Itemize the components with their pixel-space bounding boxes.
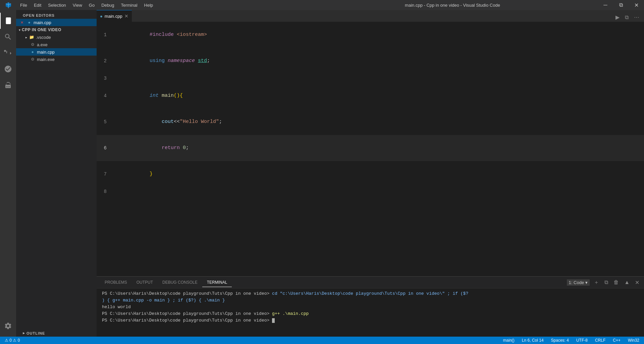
line-number-1: 1: [97, 30, 113, 39]
spaces-label: Spaces: 4: [551, 338, 569, 343]
close-icon[interactable]: ✕: [19, 19, 25, 25]
minimize-button[interactable]: ─: [598, 0, 613, 10]
encoding-label: UTF-8: [576, 338, 588, 343]
activity-bar: [0, 10, 16, 337]
code-line-4: 4 int main(){: [97, 83, 644, 109]
outline-section[interactable]: ▸ OUTLINE: [16, 328, 97, 337]
terminal-line-1: PS C:\Users\Haris\Desktop\code playgroun…: [102, 290, 639, 297]
status-function[interactable]: main(): [502, 338, 516, 343]
cpp-icon: ●: [30, 49, 36, 55]
activity-extensions[interactable]: [0, 77, 16, 93]
exe-file-icon: ⚙: [30, 42, 36, 48]
sidebar-item-mainexe[interactable]: ⚙ main.exe: [16, 56, 97, 63]
run-button[interactable]: ▶: [614, 13, 621, 22]
line-content-4: int main(){: [113, 83, 644, 109]
maincpp-label: main.cpp: [37, 50, 97, 55]
terminal-content[interactable]: PS C:\Users\Haris\Desktop\code playgroun…: [97, 288, 644, 337]
terminal-line-output: hello world: [102, 304, 639, 311]
status-platform[interactable]: Win32: [627, 338, 641, 343]
code-line-1: 1 #include <iostream>: [97, 22, 644, 48]
sidebar-item-maincpp[interactable]: ● main.cpp: [16, 48, 97, 56]
mainexe-label: main.exe: [37, 57, 97, 62]
menu-selection[interactable]: Selection: [45, 1, 69, 9]
status-spaces[interactable]: Spaces: 4: [550, 338, 570, 343]
new-terminal-button[interactable]: ＋: [592, 278, 600, 287]
line-content-8: [113, 187, 644, 196]
activity-explorer[interactable]: [0, 13, 16, 29]
split-terminal-button[interactable]: ⧉: [603, 279, 609, 286]
menu-debug[interactable]: Debug: [98, 1, 117, 9]
code-editor[interactable]: 1 #include <iostream> 2 using namespace …: [97, 22, 644, 276]
line-number-6: 6: [97, 144, 113, 152]
activity-debug[interactable]: [0, 61, 16, 77]
menu-edit[interactable]: Edit: [31, 1, 45, 9]
terminal-line-1b: ) { g++ main.cpp -o main } ; if ($?) { .…: [102, 297, 639, 304]
line-content-3: [113, 74, 644, 83]
status-line-ending[interactable]: CRLF: [594, 338, 607, 343]
close-button[interactable]: ✕: [629, 0, 644, 10]
project-folder-item[interactable]: ▾ CPP IN ONE VIDEO: [16, 26, 97, 33]
panel-actions: 1: Code ▾ ＋ ⧉ 🗑 ▲ ✕: [567, 278, 641, 287]
panel-tab-debug-console[interactable]: DEBUG CONSOLE: [158, 278, 202, 287]
activity-search[interactable]: [0, 29, 16, 45]
status-encoding[interactable]: UTF-8: [575, 338, 589, 343]
split-editor-button[interactable]: ⧉: [624, 13, 630, 22]
terminal-line-3: PS C:\Users\Haris\Desktop\code playgroun…: [102, 317, 639, 324]
terminal-cmd-2: g++ .\main.cpp: [272, 311, 309, 316]
line-content-2: using namespace std;: [113, 48, 644, 74]
titlebar: File Edit Selection View Go Debug Termin…: [0, 0, 644, 10]
maximize-panel-button[interactable]: ▲: [623, 279, 631, 286]
menu-view[interactable]: View: [69, 1, 86, 9]
status-errors[interactable]: ⚠ 0 ⚠ 0: [3, 338, 21, 343]
project-title: CPP IN ONE VIDEO: [22, 27, 97, 32]
menu-file[interactable]: File: [17, 1, 31, 9]
tab-close-button[interactable]: ✕: [124, 13, 128, 19]
line-content-1: #include <iostream>: [113, 22, 644, 48]
status-bar: ⚠ 0 ⚠ 0 main() Ln 6, Col 14 Spaces: 4 UT…: [0, 337, 644, 344]
open-editor-main-cpp[interactable]: ✕ ● main.cpp: [16, 19, 97, 26]
more-actions-button[interactable]: ⋯: [633, 13, 641, 22]
status-position[interactable]: Ln 6, Col 14: [521, 338, 545, 343]
app-logo: [0, 2, 17, 8]
terminal-dropdown[interactable]: 1: Code ▾: [567, 279, 590, 286]
terminal-cmd-1b: ) { g++ main.cpp -o main } ; if ($?) { .…: [102, 298, 225, 303]
tab-main-cpp[interactable]: ● main.cpp ✕: [97, 10, 132, 22]
panel-tab-output[interactable]: OUTPUT: [132, 278, 158, 287]
warning-icon: ⚠: [13, 338, 17, 343]
menu-help[interactable]: Help: [141, 1, 157, 9]
tab-actions: ▶ ⧉ ⋯: [614, 13, 644, 22]
platform-label: Win32: [628, 338, 639, 343]
line-number-7: 7: [97, 170, 113, 179]
function-label: main(): [503, 338, 515, 343]
panel-tab-terminal[interactable]: TERMINAL: [202, 278, 232, 287]
error-count: 0: [9, 338, 12, 343]
editor-area: ● main.cpp ✕ ▶ ⧉ ⋯ 1 #include <iostream>: [97, 10, 644, 337]
activity-settings[interactable]: [0, 318, 16, 334]
position-label: Ln 6, Col 14: [522, 338, 544, 343]
sidebar-item-vscode[interactable]: ▸ 📁 .vscode: [16, 33, 97, 41]
language-label: C++: [613, 338, 621, 343]
panel-tabs: PROBLEMS OUTPUT DEBUG CONSOLE TERMINAL 1…: [97, 277, 644, 288]
status-language[interactable]: C++: [611, 338, 622, 343]
panel-tab-problems[interactable]: PROBLEMS: [100, 278, 132, 287]
chevron-right-icon: ▸: [23, 331, 25, 335]
line-number-3: 3: [97, 74, 113, 83]
chevron-right-icon: ▸: [25, 36, 27, 39]
maximize-button[interactable]: ⧉: [613, 0, 629, 10]
kill-terminal-button[interactable]: 🗑: [612, 279, 620, 286]
main-layout: OPEN EDITORS ✕ ● main.cpp ▾ CPP IN ONE V…: [0, 10, 644, 337]
code-line-3: 3: [97, 74, 644, 83]
close-panel-button[interactable]: ✕: [634, 279, 641, 286]
sidebar-item-aexe[interactable]: ⚙ a.exe: [16, 41, 97, 48]
code-line-6: 6 return 0;: [97, 135, 644, 161]
chevron-down-icon: ▾: [19, 28, 20, 32]
activity-source-control[interactable]: [0, 45, 16, 61]
line-content-6: return 0;: [113, 135, 644, 161]
code-line-7: 7 }: [97, 161, 644, 187]
menu-go[interactable]: Go: [86, 1, 98, 9]
menu-terminal[interactable]: Terminal: [117, 1, 141, 9]
code-line-8: 8: [97, 187, 644, 196]
code-line-2: 2 using namespace std;: [97, 48, 644, 74]
window-title: main.cpp - Cpp in one video - Visual Stu…: [307, 3, 598, 8]
tab-label: main.cpp: [105, 14, 122, 19]
